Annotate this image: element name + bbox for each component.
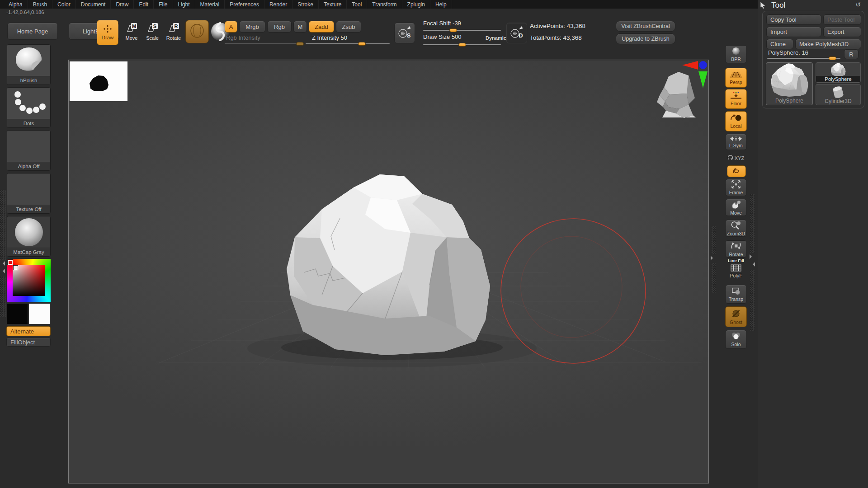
menu-item[interactable]: Texture <box>319 0 347 9</box>
menu-item[interactable]: Preferences <box>225 0 264 9</box>
rgb-intensity-slider[interactable] <box>225 43 304 44</box>
rgb-button[interactable]: Rgb <box>267 21 292 33</box>
color-picker[interactable] <box>7 259 51 302</box>
material-selector[interactable]: MatCap Gray <box>7 216 51 257</box>
menu-item[interactable]: Document <box>76 0 111 9</box>
hpolish-icon <box>13 47 45 75</box>
polyf-button[interactable]: PolyF <box>725 263 747 279</box>
make-polymesh3d-button[interactable]: Make PolyMesh3D <box>795 39 861 49</box>
alternate-button[interactable]: Alternate <box>6 326 51 336</box>
scale-mode-button[interactable]: S Scale <box>143 22 162 41</box>
menu-item[interactable]: Transform <box>367 0 402 9</box>
recent-tool-polysphere[interactable]: PolySphere <box>816 62 861 83</box>
transp-button[interactable]: Transp <box>725 285 747 304</box>
menu-item[interactable]: Brush <box>28 0 52 9</box>
draw-size-slider[interactable] <box>423 44 501 45</box>
upgrade-to-zbrush-button[interactable]: Upgrade to ZBrush <box>616 33 675 44</box>
right-shelf-scroll-strip2[interactable] <box>750 270 755 331</box>
fill-object-button[interactable]: FillObject <box>6 338 51 347</box>
menu-item[interactable]: Stroke <box>292 0 319 9</box>
current-brush-preview[interactable] <box>185 20 209 43</box>
color-picker-sv-square[interactable] <box>13 265 45 296</box>
xyz-rotate-button[interactable]: XYZ <box>725 153 747 164</box>
right-shelf-scroll-strip[interactable] <box>750 194 755 253</box>
visit-zbrushcentral-button[interactable]: Visit ZBrushCentral <box>616 21 675 32</box>
depth-brush-button[interactable]: D <box>506 23 527 43</box>
color-a-button[interactable]: A <box>225 21 237 33</box>
draw-mode-button[interactable]: Draw <box>97 20 118 45</box>
rock-model[interactable] <box>287 174 490 355</box>
recent-tool-cylinder3d[interactable]: Cylinder3D <box>816 84 861 105</box>
menu-item[interactable]: File <box>154 0 173 9</box>
texture-selector[interactable]: Texture Off <box>7 173 51 214</box>
nav-head-preview[interactable] <box>657 72 696 118</box>
z-intensity-handle[interactable] <box>358 42 366 46</box>
shelf-scroll-right-arrow-icon[interactable] <box>750 254 754 259</box>
menu-item[interactable]: Edit <box>134 0 154 9</box>
menu-item[interactable]: Color <box>52 0 76 9</box>
persp-button[interactable]: Persp <box>725 68 747 88</box>
r-button[interactable]: R <box>844 49 859 59</box>
alpha-selector[interactable]: Alpha Off <box>7 130 51 171</box>
resolution-slider-handle[interactable] <box>829 56 836 60</box>
frame-button[interactable]: Frame <box>725 179 747 196</box>
clone-button[interactable]: Clone <box>766 39 793 49</box>
menu-item[interactable]: Tool <box>347 0 367 9</box>
canvas-right-divider-strip[interactable] <box>712 226 716 254</box>
move-mode-button[interactable]: M Move <box>122 22 141 41</box>
lsym-button[interactable]: L.Sym <box>725 134 747 150</box>
menu-item[interactable]: Zplugin <box>402 0 430 9</box>
y-rotate-button[interactable] <box>727 165 746 177</box>
zadd-button[interactable]: Zadd <box>309 21 334 33</box>
rgb-intensity-handle[interactable] <box>296 42 304 46</box>
ghost-button[interactable]: Ghost <box>725 306 747 327</box>
brush-selector[interactable]: hPolish <box>7 44 51 85</box>
paste-tool-button[interactable]: Paste Tool <box>823 14 861 25</box>
collapse-left-arrow2-icon[interactable] <box>0 269 5 273</box>
shelf-scroll-left-arrow-icon[interactable] <box>750 262 755 267</box>
secondary-color-swatch[interactable] <box>29 304 50 324</box>
dynamic-label[interactable]: Dynamic <box>486 35 506 41</box>
rotate-canvas-button[interactable]: Rotate <box>725 240 747 258</box>
tool-export-button[interactable]: Export <box>823 27 861 37</box>
document-preview-thumbnail[interactable] <box>70 61 127 101</box>
document-viewport[interactable] <box>68 60 709 483</box>
zsub-button[interactable]: Zsub <box>336 21 361 33</box>
menu-item[interactable]: Alpha <box>4 0 28 9</box>
floor-button[interactable]: Floor <box>725 89 747 109</box>
history-reset-icon[interactable]: ↺ <box>855 1 861 8</box>
menu-item[interactable]: Render <box>264 0 292 9</box>
focal-shift-handle[interactable] <box>449 28 457 32</box>
rotate-mode-button[interactable]: R Rotate <box>164 22 184 41</box>
left-divider-strip2[interactable] <box>0 277 6 317</box>
resolution-slider[interactable] <box>767 58 840 59</box>
draw-size-handle[interactable] <box>458 43 466 47</box>
m-button[interactable]: M <box>293 21 307 33</box>
move-canvas-button[interactable]: Move <box>725 199 747 216</box>
hue-selector[interactable] <box>8 260 13 265</box>
stroke-curve-button[interactable]: S <box>394 23 415 43</box>
zoom3d-button[interactable]: Zoom3D <box>725 220 747 237</box>
expand-right-arrow-icon[interactable] <box>711 256 715 260</box>
local-button[interactable]: Local <box>725 111 747 131</box>
menu-item[interactable]: Light <box>173 0 195 9</box>
collapse-left-arrow-icon[interactable] <box>0 261 5 266</box>
stroke-selector[interactable]: Dots <box>7 87 51 128</box>
mrgb-button[interactable]: Mrgb <box>239 21 265 33</box>
tool-import-button[interactable]: Import <box>766 27 821 37</box>
menu-item[interactable]: Material <box>195 0 225 9</box>
axis-x-arrow <box>682 61 698 70</box>
solo-button[interactable]: Solo <box>725 330 747 349</box>
canvas-right-divider-strip2[interactable] <box>712 263 716 293</box>
menu-item[interactable]: Draw <box>111 0 134 9</box>
bpr-button[interactable]: BPR <box>725 45 747 63</box>
left-divider-strip[interactable] <box>0 190 6 260</box>
home-page-button[interactable]: Home Page <box>7 23 58 40</box>
copy-tool-button[interactable]: Copy Tool <box>766 14 821 25</box>
sv-selector[interactable] <box>14 266 18 270</box>
focal-shift-slider[interactable] <box>423 30 501 31</box>
active-tool-thumbnail[interactable]: PolySphere <box>766 62 813 105</box>
z-intensity-slider[interactable] <box>306 43 390 44</box>
menu-item[interactable]: Help <box>430 0 452 9</box>
main-color-swatch[interactable] <box>7 304 28 324</box>
